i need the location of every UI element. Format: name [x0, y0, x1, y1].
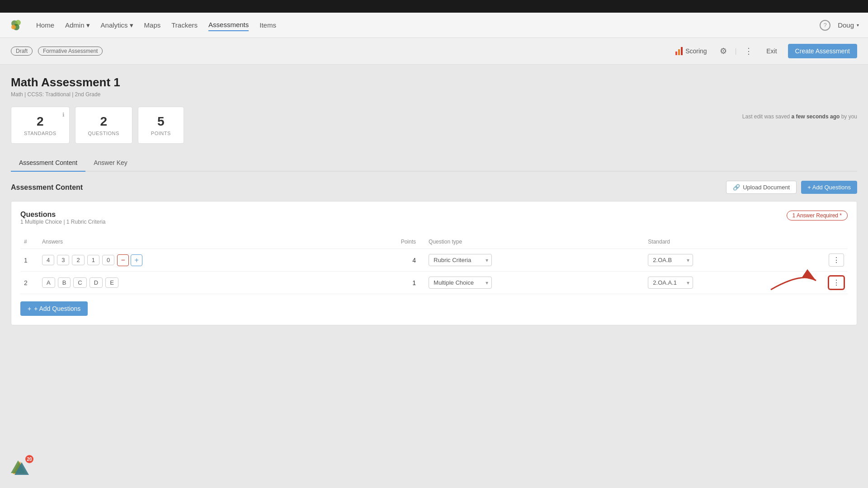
settings-button[interactable]: ⚙ [717, 43, 730, 59]
formative-badge[interactable]: Formative Assessment [38, 47, 103, 56]
answer-chip: D [90, 277, 103, 288]
row-2-question-type: Multiple Choice Rubric Criteria [425, 272, 644, 294]
answer-required-badge[interactable]: 1 Answer Required * [787, 211, 848, 221]
scoring-label: Scoring [685, 47, 707, 55]
answer-chip: 2 [72, 255, 84, 265]
row-menu-button[interactable]: ⋮ [829, 253, 844, 267]
nav-assessments[interactable]: Assessments [208, 19, 249, 31]
scoring-bar-2 [678, 49, 680, 55]
stat-questions: 2 QUESTIONS [75, 107, 132, 144]
more-options-button[interactable]: ⋮ [742, 43, 755, 59]
scoring-button[interactable]: Scoring [671, 44, 711, 58]
scoring-bar-1 [675, 52, 677, 55]
question-type-wrapper: Rubric Criteria Multiple Choice [429, 254, 492, 266]
stat-questions-label: QUESTIONS [88, 131, 119, 136]
stat-points-label: POINTS [151, 131, 171, 136]
draft-badge[interactable]: Draft [11, 47, 33, 56]
stat-info-icon[interactable]: ℹ [62, 112, 65, 118]
questions-panel: Questions 1 Multiple Choice | 1 Rubric C… [11, 201, 857, 325]
navbar: Home Admin ▾ Analytics ▾ Maps Trackers A… [0, 13, 868, 38]
question-type-select-2[interactable]: Multiple Choice Rubric Criteria [429, 277, 492, 289]
increment-button[interactable]: + [131, 254, 142, 266]
main-content: Math Assessment 1 Math | CCSS: Tradition… [0, 65, 868, 325]
nav-admin[interactable]: Admin ▾ [65, 19, 90, 31]
question-type-wrapper-2: Multiple Choice Rubric Criteria [429, 277, 492, 289]
decrement-button[interactable]: − [117, 254, 129, 266]
questions-subtitle: 1 Multiple Choice | 1 Rubric Criteria [20, 219, 106, 225]
nav-right: ? Doug ▾ [820, 20, 859, 31]
section-title: Assessment Content [11, 183, 83, 192]
add-questions-bottom-button[interactable]: + + Add Questions [20, 301, 88, 316]
row-1-num: 1 [20, 249, 38, 272]
help-icon[interactable]: ? [820, 20, 830, 31]
sub-header-left: Draft Formative Assessment [11, 47, 103, 56]
assessment-title: Math Assessment 1 [11, 75, 857, 89]
answer-chip: 3 [57, 255, 69, 265]
analytics-chevron: ▾ [130, 21, 133, 29]
scoring-chart-icon [675, 47, 683, 55]
answer-chip: E [105, 277, 118, 288]
row-2-num: 2 [20, 272, 38, 294]
nav-maps[interactable]: Maps [144, 19, 161, 31]
upload-document-button[interactable]: 🔗 Upload Document [726, 181, 797, 194]
user-chevron-icon: ▾ [857, 23, 859, 28]
stat-standards-label: STANDARDS [24, 131, 57, 136]
section-header: Assessment Content 🔗 Upload Document + A… [11, 181, 857, 194]
stat-standards-value: 2 [24, 114, 57, 129]
stat-points-value: 5 [151, 114, 171, 129]
row-2-answers-row: A B C D E [42, 277, 342, 288]
user-menu[interactable]: Doug ▾ [838, 21, 859, 29]
table-row: 2 A B C D E 1 Mul [20, 272, 848, 294]
row-2-standard: 2.OA.A.1 [644, 272, 825, 294]
answer-chip: C [73, 277, 86, 288]
col-actions [825, 235, 848, 249]
row-menu-button-highlighted[interactable]: ⋮ [829, 276, 844, 289]
link-icon: 🔗 [733, 184, 740, 191]
separator: | [735, 47, 737, 55]
user-name: Doug [838, 21, 854, 29]
svg-point-3 [11, 25, 16, 29]
app-logo-icon [9, 18, 24, 33]
row-1-stepper: − + [117, 254, 142, 266]
answer-chip: 1 [87, 255, 99, 265]
nav-links: Home Admin ▾ Analytics ▾ Maps Trackers A… [36, 19, 276, 31]
row-1-points: 4 [346, 249, 425, 272]
question-type-select[interactable]: Rubric Criteria Multiple Choice [429, 254, 492, 266]
col-num: # [20, 235, 38, 249]
create-assessment-button[interactable]: Create Assessment [788, 44, 857, 58]
tab-answer-key[interactable]: Answer Key [85, 155, 136, 172]
admin-chevron: ▾ [86, 21, 90, 29]
col-points: Points [346, 235, 425, 249]
row-1-actions: ⋮ [825, 249, 848, 272]
row-2-answers: A B C D E [38, 272, 346, 294]
stat-questions-value: 2 [88, 114, 119, 129]
answer-chip: 4 [42, 255, 54, 265]
questions-table-body: 1 4 3 2 1 0 − + [20, 249, 848, 294]
questions-title: Questions [20, 211, 106, 219]
row-1-answers-row: 4 3 2 1 0 − + [42, 254, 342, 266]
section-actions: 🔗 Upload Document + Add Questions [726, 181, 857, 194]
nav-items[interactable]: Items [259, 19, 276, 31]
standard-select[interactable]: 2.OA.B [648, 254, 693, 266]
nav-analytics[interactable]: Analytics ▾ [101, 19, 133, 31]
exit-button[interactable]: Exit [761, 45, 782, 57]
nav-home[interactable]: Home [36, 19, 54, 31]
stat-points: 5 POINTS [138, 107, 184, 144]
sub-header-right: Scoring ⚙ | ⋮ Exit Create Assessment [671, 43, 857, 59]
assessment-meta: Math | CCSS: Traditional | 2nd Grade [11, 91, 857, 98]
tab-assessment-content[interactable]: Assessment Content [11, 155, 85, 172]
stat-standards: ℹ 2 STANDARDS [11, 107, 70, 144]
col-question-type: Question type [425, 235, 644, 249]
answer-chip: B [58, 277, 71, 288]
row-1-standard: 2.OA.B [644, 249, 825, 272]
questions-table-head: # Answers Points Question type Standard [20, 235, 848, 249]
scoring-bar-3 [681, 47, 683, 55]
sub-header: Draft Formative Assessment Scoring ⚙ | ⋮… [0, 38, 868, 65]
answer-chip: A [42, 277, 55, 288]
questions-title-group: Questions 1 Multiple Choice | 1 Rubric C… [20, 211, 106, 232]
add-questions-header-button[interactable]: + Add Questions [801, 181, 857, 194]
nav-logo [9, 18, 24, 33]
nav-trackers[interactable]: Trackers [171, 19, 198, 31]
table-header-row: # Answers Points Question type Standard [20, 235, 848, 249]
standard-select-2[interactable]: 2.OA.A.1 [648, 277, 693, 289]
